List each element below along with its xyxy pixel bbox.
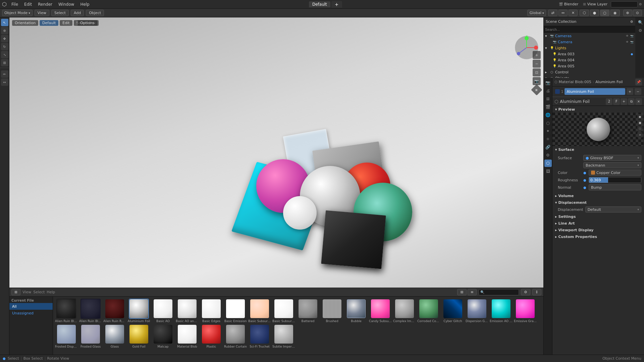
perspective-btn[interactable]: ◈ (531, 84, 542, 96)
search-bar[interactable] (611, 1, 638, 7)
prop-render-icon[interactable]: 📷 (544, 79, 552, 86)
camera-render-icon[interactable]: 📷 (630, 40, 634, 44)
surface-section-toggle[interactable]: ▾ Surface (552, 146, 644, 153)
all-category[interactable]: All (9, 303, 53, 310)
material-thumb-material-blob[interactable]: Material Blob (176, 324, 199, 348)
material-thumb-glass[interactable]: Glass (103, 324, 126, 348)
material-thumb-alien-ruin-bluish[interactable]: Alien Ruin Bluish (79, 299, 102, 323)
normal-value[interactable]: Bump (589, 184, 641, 190)
prop-output-icon[interactable]: 🖨 (544, 87, 552, 95)
proportional-btn[interactable]: ⊙ (633, 10, 642, 16)
filter-btn[interactable]: ⚙ (521, 289, 530, 295)
unassigned-category[interactable]: Unassigned (9, 310, 53, 316)
material-thumb-corroded-copper[interactable]: Corroded Copper (417, 299, 440, 323)
select-menu[interactable]: Select (51, 10, 69, 16)
distribution-value[interactable]: Backmann ▾ (583, 162, 641, 168)
prop-world-icon[interactable]: 🌐 (544, 111, 552, 119)
mode-dropdown[interactable]: Object Mode (2, 10, 33, 16)
transform-tool[interactable]: ⊞ (1, 59, 8, 66)
displacement-value[interactable]: Default ▾ (585, 206, 641, 213)
roughness-bar[interactable]: 0.369 (589, 177, 641, 183)
mat-duplicate-btn[interactable]: ⧉ (628, 98, 635, 105)
prop-modifier-icon[interactable]: ⚙ (544, 152, 552, 159)
sort-btn[interactable]: ↕ (532, 289, 541, 295)
workspace-tab-add[interactable]: + (331, 1, 342, 8)
prop-constraints-icon[interactable]: 🔗 (544, 143, 552, 151)
material-thumb-basic-subsurface-a[interactable]: Basic Subsurface a... (248, 299, 271, 323)
menu-help[interactable]: Help (77, 1, 92, 7)
outliner-camera[interactable]: 📷 Camera 👁 📷 (544, 39, 635, 45)
prop-particles-icon[interactable]: ✦ (544, 127, 552, 135)
rendered-btn[interactable]: ○ (600, 10, 609, 16)
solid-btn[interactable]: ● (590, 10, 599, 16)
menu-window[interactable]: Window (56, 1, 77, 7)
outliner-objects[interactable]: ▾ ○ Objects (544, 75, 635, 78)
mat-delete-btn[interactable]: × (635, 98, 642, 105)
material-thumb-cyber-glitch[interactable]: Cyber Glitch (441, 299, 464, 323)
move-tool[interactable]: ✥ (1, 35, 8, 42)
measure-tool[interactable]: ↔ (1, 78, 8, 86)
mat-user-btn[interactable]: 2 (606, 98, 612, 105)
grid-view-btn[interactable]: ⊞ (457, 289, 466, 295)
outliner-area005[interactable]: 💡 Area 005 (544, 63, 635, 69)
outliner-lights[interactable]: ▾ 💡 Lights (544, 45, 635, 51)
menu-file[interactable]: File (9, 1, 21, 7)
material-thumb-basic-emission[interactable]: Basic Emission (224, 299, 247, 323)
zoom-out-btn[interactable]: − (533, 60, 541, 68)
viewport-display-section-toggle[interactable]: ▸ Viewport Display (552, 227, 644, 233)
custom-properties-section-toggle[interactable]: ▸ Custom Properties (552, 233, 644, 240)
color-value[interactable]: Copper Color (589, 170, 641, 176)
add-menu[interactable]: Add (71, 10, 84, 16)
preview-section-toggle[interactable]: ▾ Preview (552, 106, 644, 113)
outliner-control[interactable]: ▸ ○ Control (544, 69, 635, 75)
surface-type-value[interactable]: ● Glossy BSDF ▾ (583, 155, 641, 161)
material-thumb-dispersion-glass[interactable]: Dispersion Glass (466, 299, 488, 323)
material-thumb-complex-imperfect[interactable]: Complex Imperfect... (393, 299, 416, 323)
line-art-section-toggle[interactable]: ▸ Line Art (552, 220, 644, 227)
preview-sphere-btn[interactable]: ● (637, 114, 643, 119)
menu-render[interactable]: Render (35, 1, 55, 7)
preview-plane-btn[interactable]: ■ (637, 120, 643, 125)
mat-pin-btn[interactable]: 📌 (635, 79, 642, 85)
viewport-gizmo-btn[interactable]: Default (40, 20, 58, 26)
material-thumb-basic-edges[interactable]: Basic Edges (200, 299, 223, 323)
search-field[interactable]: 🔍 (479, 289, 519, 295)
settings-section-toggle[interactable]: ▸ Settings (552, 213, 644, 220)
camera-view-btn[interactable]: 📷 (533, 77, 541, 85)
prop-object-icon[interactable]: ○ (544, 119, 552, 127)
mat-add-slot-btn[interactable]: + (627, 88, 633, 95)
prop-physics-icon[interactable]: ⚛ (544, 135, 552, 143)
prop-view-layer-icon[interactable]: ⊞ (544, 95, 552, 103)
preview-cube-btn[interactable]: ⬡ (637, 126, 643, 131)
rotate-tool[interactable]: ↻ (1, 43, 8, 50)
prop-scene-icon[interactable]: 🎬 (544, 103, 552, 111)
global-dropdown[interactable]: Global (527, 10, 546, 16)
material-thumb-emission-ao[interactable]: Emission AO and E... (490, 299, 513, 323)
material-thumb-gold-foil[interactable]: Gold Foil (127, 324, 150, 348)
displacement-section-toggle[interactable]: ▾ Displacement (552, 199, 644, 206)
material-thumb-brushed[interactable]: Brushed (321, 299, 343, 323)
outliner-side-filter[interactable]: ⚙ (637, 27, 644, 34)
material-thumb-emissive-gradient[interactable]: Emissive Gradient (514, 299, 537, 323)
outliner-area003[interactable]: 💡 Area 003 ● (544, 51, 635, 57)
outliner-side-search[interactable]: 🔍 (637, 19, 644, 26)
material-thumb-candy-subsurface[interactable]: Candy Subsurface... (369, 299, 392, 323)
options-btn[interactable]: Options (77, 20, 97, 26)
cursor-tool[interactable]: ⊕ (1, 27, 8, 34)
mat-remove-slot-btn[interactable]: − (635, 88, 641, 95)
transform-btn-2[interactable]: ↔ (558, 10, 568, 16)
transform-btn-1[interactable]: ⇄ (548, 10, 557, 16)
fit-view-btn[interactable]: ⊡ (533, 68, 541, 76)
snap-btn[interactable]: ⊕ (623, 10, 632, 16)
prop-texture-icon[interactable]: 🖼 (544, 168, 552, 175)
material-thumb-scifi-truchet[interactable]: Sci-Fi Truchet (248, 324, 271, 348)
mat-new-btn[interactable]: + (621, 98, 627, 105)
material-thumb-battered[interactable]: Battered (297, 299, 319, 323)
outliner-filter-icon[interactable]: ⚙ (630, 20, 633, 23)
asset-icon-btn[interactable]: ⊞ (11, 289, 20, 295)
material-thumb-plastic[interactable]: Plastic (200, 324, 223, 348)
list-view-btn[interactable]: ≡ (468, 289, 477, 295)
prop-material-icon[interactable]: ⬡ (544, 160, 552, 167)
select-tool[interactable]: ↖ (1, 19, 8, 26)
material-thumb-rubber-curtain[interactable]: Rubber Curtain (224, 324, 247, 348)
